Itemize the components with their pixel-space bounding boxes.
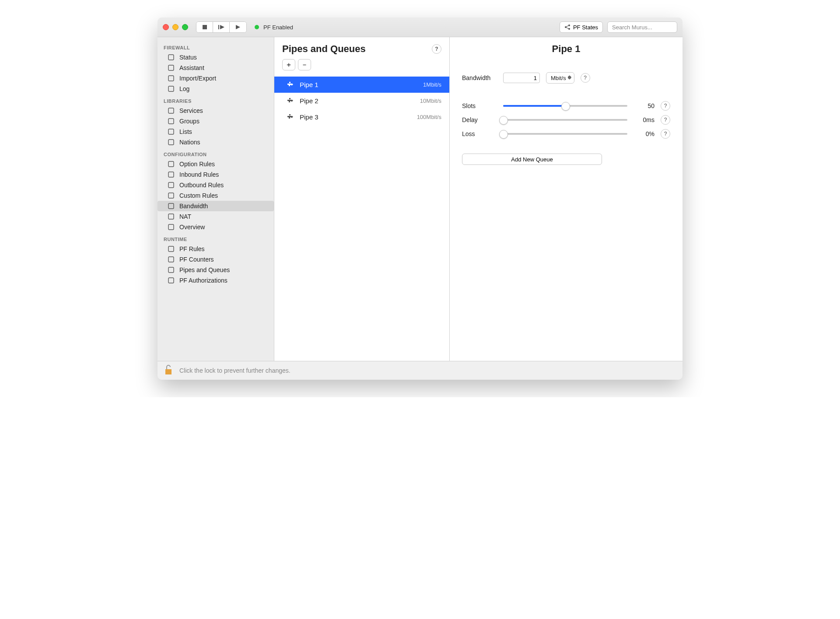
sidebar-item-icon	[167, 108, 175, 114]
svg-rect-7	[168, 55, 174, 60]
sidebar-item-nat[interactable]: NAT	[158, 211, 274, 222]
sidebar-item-label: Pipes and Queues	[179, 266, 230, 273]
remove-pipe-button[interactable]: －	[298, 59, 311, 70]
bandwidth-help-button[interactable]: ?	[581, 73, 590, 83]
svg-rect-15	[168, 161, 174, 167]
bandwidth-input[interactable]	[503, 73, 540, 83]
sidebar-item-icon	[167, 246, 175, 252]
slots-value: 50	[634, 102, 654, 109]
app-window: PF Enabled PF States Search Murus... FIR…	[158, 17, 682, 380]
sidebar-item-pf-rules[interactable]: PF Rules	[158, 244, 274, 254]
svg-point-6	[568, 28, 570, 30]
slots-slider[interactable]	[503, 101, 627, 110]
sidebar-item-inbound-rules[interactable]: Inbound Rules	[158, 169, 274, 180]
pipes-help-button[interactable]: ?	[432, 44, 441, 54]
svg-rect-8	[168, 65, 174, 70]
lock-label: Click the lock to prevent further change…	[179, 367, 290, 374]
bandwidth-label: Bandwidth	[462, 74, 497, 81]
svg-rect-24	[168, 267, 174, 273]
pipe-row[interactable]: Pipe 3100Mbit/s	[274, 109, 449, 125]
loss-help-button[interactable]: ?	[661, 129, 670, 139]
sidebar-item-outbound-rules[interactable]: Outbound Rules	[158, 180, 274, 190]
delay-help-button[interactable]: ?	[661, 115, 670, 125]
sidebar-item-label: Log	[179, 85, 189, 92]
sidebar-item-option-rules[interactable]: Option Rules	[158, 159, 274, 169]
play-button[interactable]	[230, 22, 246, 32]
svg-rect-14	[168, 140, 174, 145]
sidebar-item-label: Bandwidth	[179, 203, 208, 210]
sidebar-item-icon	[167, 213, 175, 220]
sidebar-item-overview[interactable]: Overview	[158, 222, 274, 232]
plus-icon: ＋	[285, 60, 292, 70]
sidebar-item-status[interactable]: Status	[158, 52, 274, 63]
sidebar-item-nations[interactable]: Nations	[158, 137, 274, 147]
svg-rect-16	[168, 172, 174, 177]
pipe-row[interactable]: Pipe 11Mbit/s	[274, 77, 449, 93]
zoom-window-button[interactable]	[182, 24, 188, 30]
faucet-icon	[287, 81, 294, 88]
sidebar-item-pf-authorizations[interactable]: PF Authorizations	[158, 275, 274, 286]
sidebar-item-icon	[167, 54, 175, 60]
svg-rect-23	[168, 257, 174, 262]
sidebar-item-icon	[167, 192, 175, 199]
pipes-header: Pipes and Queues ? ＋ －	[274, 37, 449, 74]
sidebar-item-label: NAT	[179, 213, 191, 220]
svg-rect-19	[168, 203, 174, 209]
svg-rect-18	[168, 193, 174, 198]
svg-marker-3	[236, 25, 240, 29]
lock-icon[interactable]	[164, 364, 173, 377]
sidebar-item-bandwidth[interactable]: Bandwidth	[158, 201, 274, 211]
sidebar-item-label: Nations	[179, 139, 200, 146]
sidebar-heading: RUNTIME	[158, 232, 274, 244]
sidebar-item-label: Custom Rules	[179, 192, 218, 199]
sidebar-item-label: PF Rules	[179, 245, 205, 252]
sidebar-item-icon	[167, 65, 175, 71]
pipe-bandwidth: 10Mbit/s	[420, 98, 441, 104]
minimize-window-button[interactable]	[172, 24, 178, 30]
svg-point-5	[568, 24, 570, 26]
sidebar-item-icon	[167, 256, 175, 262]
footer: Click the lock to prevent further change…	[158, 361, 682, 380]
sidebar-heading: LIBRARIES	[158, 94, 274, 105]
svg-rect-1	[218, 25, 219, 29]
pipes-title: Pipes and Queues	[282, 43, 366, 55]
sidebar-heading: FIREWALL	[158, 41, 274, 52]
sidebar-item-label: Services	[179, 107, 203, 114]
faucet-icon	[287, 113, 294, 121]
sidebar-item-label: Groups	[179, 118, 200, 125]
delay-value: 0ms	[634, 116, 654, 123]
sidebar-item-import-export[interactable]: Import/Export	[158, 73, 274, 84]
bandwidth-unit-select[interactable]: Mbit/s	[546, 72, 574, 84]
search-button[interactable]: Search Murus...	[607, 21, 677, 33]
delay-label: Delay	[462, 116, 497, 123]
status-dot-icon	[255, 25, 259, 29]
sidebar-item-lists[interactable]: Lists	[158, 126, 274, 137]
delay-slider[interactable]	[503, 115, 627, 124]
sidebar-item-assistant[interactable]: Assistant	[158, 63, 274, 73]
sidebar-item-pf-counters[interactable]: PF Counters	[158, 254, 274, 265]
pipe-row[interactable]: Pipe 210Mbit/s	[274, 93, 449, 109]
add-pipe-button[interactable]: ＋	[282, 59, 295, 70]
sidebar-item-services[interactable]: Services	[158, 105, 274, 116]
slots-label: Slots	[462, 102, 497, 109]
add-queue-button[interactable]: Add New Queue	[462, 154, 602, 165]
pf-states-button[interactable]: PF States	[560, 21, 603, 33]
step-button[interactable]	[213, 22, 230, 32]
svg-rect-22	[168, 246, 174, 252]
loss-slider[interactable]	[503, 129, 627, 138]
sidebar-item-groups[interactable]: Groups	[158, 116, 274, 126]
sidebar-item-label: Overview	[179, 224, 205, 231]
sidebar-item-icon	[167, 161, 175, 167]
sidebar-item-label: Outbound Rules	[179, 182, 224, 189]
close-window-button[interactable]	[163, 24, 169, 30]
loss-value: 0%	[634, 130, 654, 137]
svg-rect-12	[168, 119, 174, 124]
svg-rect-13	[168, 129, 174, 134]
stop-button[interactable]	[196, 22, 213, 32]
sidebar-item-log[interactable]: Log	[158, 84, 274, 94]
slots-help-button[interactable]: ?	[661, 101, 670, 111]
sidebar-item-custom-rules[interactable]: Custom Rules	[158, 190, 274, 201]
sidebar-item-label: Import/Export	[179, 75, 216, 82]
svg-rect-9	[168, 76, 174, 81]
sidebar-item-pipes-and-queues[interactable]: Pipes and Queues	[158, 265, 274, 275]
